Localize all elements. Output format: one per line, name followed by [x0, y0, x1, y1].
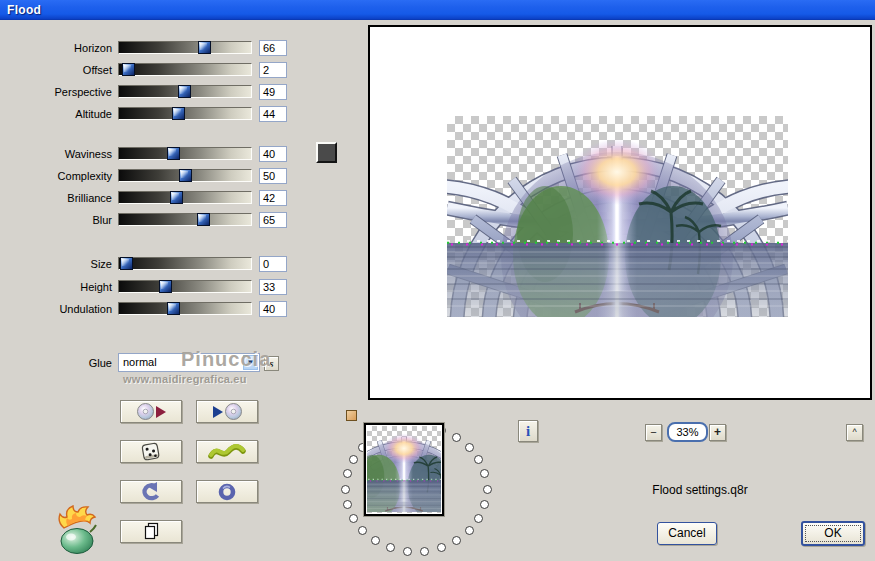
waviness-slider-thumb[interactable] [167, 147, 180, 160]
perspective-value-box[interactable]: 49 [259, 84, 287, 100]
memory-dot[interactable] [452, 433, 461, 442]
flood-dialog: Flood Horizon66Offset2Perspective49Altit… [0, 0, 875, 561]
size-slider-thumb[interactable] [120, 257, 133, 270]
size-value-box[interactable]: 0 [259, 256, 287, 272]
waviness-label: Waviness [0, 147, 112, 161]
complexity-slider-track[interactable] [118, 169, 252, 182]
dice-icon [140, 441, 162, 462]
info-button[interactable]: i [518, 420, 538, 442]
preview-image[interactable] [447, 116, 788, 317]
slider-row-altitude: Altitude44 [0, 107, 300, 122]
memory-dot[interactable] [386, 543, 395, 552]
memory-dot[interactable] [465, 526, 474, 535]
complexity-value-box[interactable]: 50 [259, 168, 287, 184]
copy-settings-button[interactable] [120, 520, 182, 543]
blur-label: Blur [0, 213, 112, 227]
memory-dot[interactable] [349, 514, 358, 523]
preview-thumbnail[interactable] [364, 423, 444, 516]
memory-dot[interactable] [437, 543, 446, 552]
offset-value-box[interactable]: 2 [259, 62, 287, 78]
blur-slider-thumb[interactable] [197, 213, 210, 226]
memory-dot[interactable] [349, 455, 358, 464]
undulation-slider-track[interactable] [118, 302, 252, 315]
zoom-out-button[interactable]: − [645, 424, 662, 441]
slider-row-perspective: Perspective49 [0, 85, 300, 100]
slider-row-height: Height33 [0, 280, 300, 295]
perspective-slider-thumb[interactable] [178, 85, 191, 98]
green-squiggle-icon [208, 443, 246, 461]
memory-dot[interactable] [474, 514, 483, 523]
altitude-value-box[interactable]: 44 [259, 106, 287, 122]
ring-button[interactable] [196, 480, 258, 503]
memory-dot[interactable] [403, 547, 412, 556]
horizon-label: Horizon [0, 41, 112, 55]
horizon-value-box[interactable]: 66 [259, 40, 287, 56]
flaming-pear-logo-icon [46, 504, 108, 556]
brilliance-label: Brilliance [0, 191, 112, 205]
memory-dot[interactable] [371, 536, 380, 545]
slider-row-size: Size0 [0, 257, 300, 272]
copy-pages-icon [141, 522, 161, 541]
brilliance-value-box[interactable]: 42 [259, 190, 287, 206]
cancel-button[interactable]: Cancel [657, 522, 717, 545]
memory-dot[interactable] [452, 536, 461, 545]
height-slider-thumb[interactable] [159, 280, 172, 293]
offset-slider-thumb[interactable] [122, 63, 135, 76]
brilliance-slider-thumb[interactable] [170, 191, 183, 204]
brilliance-slider-track[interactable] [118, 191, 252, 204]
memory-dot[interactable] [480, 500, 489, 509]
save-preset-button[interactable] [196, 400, 258, 423]
slider-panel: Horizon66Offset2Perspective49Altitude44W… [0, 0, 368, 561]
horizon-slider-thumb[interactable] [198, 41, 211, 54]
chevron-down-icon[interactable]: ▼ [243, 355, 258, 370]
perspective-slider-track[interactable] [118, 85, 252, 98]
red-play-icon [156, 406, 166, 418]
glue-label: Glue [0, 357, 112, 369]
color-swatch[interactable] [316, 142, 337, 163]
memory-dot[interactable] [358, 526, 367, 535]
zoom-in-button[interactable]: + [709, 424, 726, 441]
waviness-value-box[interactable]: 40 [259, 146, 287, 162]
undulation-value-box[interactable]: 40 [259, 301, 287, 317]
slider-row-horizon: Horizon66 [0, 41, 300, 56]
glue-selected-value: normal [123, 356, 157, 368]
memory-dot[interactable] [483, 485, 492, 494]
memory-slot-active[interactable] [346, 410, 357, 421]
memory-dot[interactable] [343, 469, 352, 478]
blue-ring-icon [218, 483, 236, 501]
glue-dropdown[interactable]: normal ▼ [118, 353, 260, 372]
perspective-label: Perspective [0, 85, 112, 99]
slider-row-offset: Offset2 [0, 63, 300, 78]
height-slider-track[interactable] [118, 280, 252, 293]
slider-row-blur: Blur65 [0, 213, 300, 228]
waviness-slider-track[interactable] [118, 147, 252, 160]
altitude-slider-track[interactable] [118, 107, 252, 120]
undo-button[interactable] [120, 480, 182, 503]
undulation-label: Undulation [0, 302, 112, 316]
memory-dot[interactable] [420, 547, 429, 556]
collapse-button[interactable]: ^ [846, 424, 863, 441]
random-wave-button[interactable] [196, 440, 258, 463]
memory-dot[interactable] [480, 469, 489, 478]
memory-dot[interactable] [465, 443, 474, 452]
memory-dot[interactable] [474, 455, 483, 464]
height-value-box[interactable]: 33 [259, 279, 287, 295]
slider-row-brilliance: Brilliance42 [0, 191, 300, 206]
seed-button[interactable]: s [264, 356, 279, 371]
undulation-slider-thumb[interactable] [167, 302, 180, 315]
ok-button[interactable]: OK [801, 521, 865, 546]
blur-value-box[interactable]: 65 [259, 212, 287, 228]
randomize-button[interactable] [120, 440, 182, 463]
blur-slider-track[interactable] [118, 213, 252, 226]
complexity-slider-thumb[interactable] [179, 169, 192, 182]
preview-panel[interactable] [368, 25, 872, 400]
horizon-slider-track[interactable] [118, 41, 252, 54]
memory-dot[interactable] [341, 485, 350, 494]
settings-filename: Flood settings.q8r [600, 483, 800, 497]
cd-icon [137, 403, 154, 420]
load-preset-button[interactable] [120, 400, 182, 423]
memory-dot[interactable] [343, 500, 352, 509]
offset-slider-track[interactable] [118, 63, 252, 76]
altitude-slider-thumb[interactable] [172, 107, 185, 120]
size-slider-track[interactable] [118, 257, 252, 270]
